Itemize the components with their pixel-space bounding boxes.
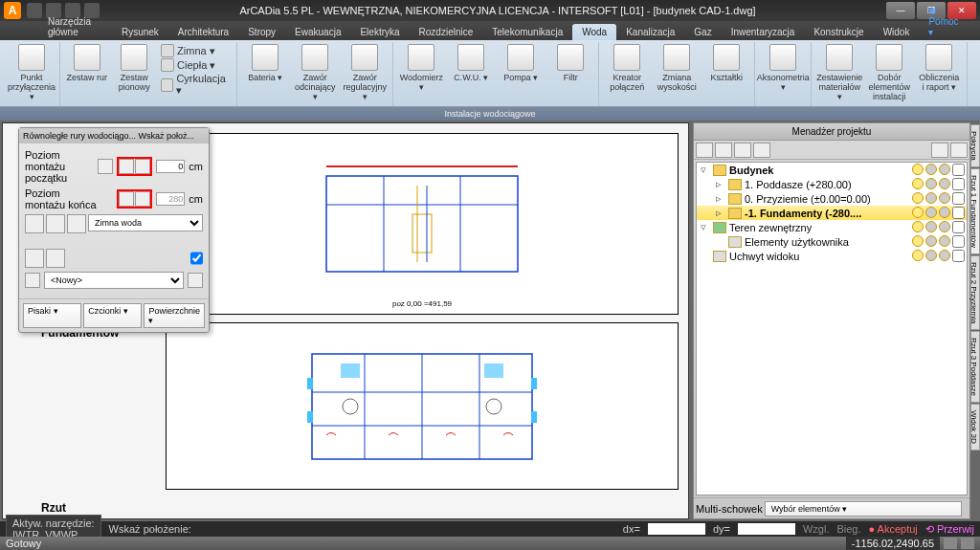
input-poziom-konca[interactable] xyxy=(156,192,185,206)
btn-zestaw-pionowy[interactable]: Zestaw pionowy xyxy=(112,42,158,94)
expand-icon[interactable]: ▿ xyxy=(701,221,710,233)
print-icon[interactable] xyxy=(939,235,950,247)
lock-icon[interactable] xyxy=(925,192,937,204)
tab-architektura[interactable]: Architektura xyxy=(168,24,238,40)
tab-kanalizacja[interactable]: Kanalizacja xyxy=(616,24,684,40)
tree-row-fundamenty[interactable]: ▹ -1. Fundamenty (-280.... xyxy=(697,206,967,220)
dy-input[interactable] xyxy=(738,523,795,535)
tree-row-budynek[interactable]: ▿ Budynek xyxy=(697,163,967,177)
vtab-poddasze[interactable]: Rzut 3 Poddasze xyxy=(970,331,980,403)
minimize-button[interactable]: — xyxy=(886,2,915,19)
tab-narzedzia[interactable]: Narzędzia główne xyxy=(38,13,112,40)
tree-check[interactable] xyxy=(952,207,965,219)
tool-icon-2[interactable] xyxy=(46,214,65,233)
lock-icon[interactable] xyxy=(925,250,937,261)
dx-input[interactable] xyxy=(648,523,705,535)
btn-zestawienie[interactable]: Zestawienie materiałów ▾ xyxy=(815,42,863,103)
pm-options-icon[interactable] xyxy=(950,143,968,158)
level-btn-4[interactable] xyxy=(135,191,150,207)
lock-icon[interactable] xyxy=(925,207,937,218)
btn-wodomierz[interactable]: Wodomierz ▾ xyxy=(397,42,445,94)
expand-icon[interactable]: ▹ xyxy=(716,178,725,190)
expand-icon[interactable]: ▹ xyxy=(716,192,725,205)
ref-pick-icon[interactable] xyxy=(98,159,113,174)
lock-icon[interactable] xyxy=(925,164,937,175)
btn-cyrkulacja[interactable]: Cyrkulacja ▾ xyxy=(161,73,231,97)
opt-bieg[interactable]: Bieg. xyxy=(836,523,860,535)
btn-cwu[interactable]: C.W.U. ▾ xyxy=(447,42,495,84)
tool-icon-3[interactable] xyxy=(67,214,86,233)
input-poziom-poczatku[interactable] xyxy=(156,160,185,173)
btn-ksztaltki[interactable]: Kształtki xyxy=(702,42,750,84)
status-icon-1[interactable] xyxy=(944,538,957,549)
drop-powierzchnie[interactable]: Powierzchnie ▾ xyxy=(144,303,205,328)
lock-icon[interactable] xyxy=(925,178,937,189)
pm-filter-icon[interactable] xyxy=(931,143,948,158)
expand-icon[interactable]: ▹ xyxy=(716,207,725,219)
vtab-3d[interactable]: Widok 3D xyxy=(970,404,980,451)
bulb-icon[interactable] xyxy=(912,221,924,232)
btn-filtr[interactable]: Filtr xyxy=(546,42,594,84)
btn-pompa[interactable]: Pompa ▾ xyxy=(497,42,545,84)
vtab-przyziemia[interactable]: Rzut 2 Przyziemia xyxy=(970,255,980,330)
print-icon[interactable] xyxy=(939,250,950,261)
btn-zimna[interactable]: Zimna ▾ xyxy=(161,44,231,57)
level-btn-3[interactable] xyxy=(119,191,134,207)
bulb-icon[interactable] xyxy=(912,192,924,204)
bulb-icon[interactable] xyxy=(912,235,924,247)
vtab-fundamentow[interactable]: Rzut 1 Fundamentów xyxy=(970,168,980,254)
tab-stropy[interactable]: Stropy xyxy=(238,24,285,40)
status-icon-2[interactable] xyxy=(961,538,974,549)
vtab-pokrycia[interactable]: Pokrycia xyxy=(970,124,980,167)
bulb-icon[interactable] xyxy=(912,164,924,175)
btn-obliczenia[interactable]: Obliczenia i raport ▾ xyxy=(915,42,963,94)
drop-pisaki[interactable]: Pisaki ▾ xyxy=(23,303,81,328)
tab-woda[interactable]: Woda xyxy=(572,24,616,40)
tab-widok[interactable]: Widok xyxy=(874,24,920,40)
print-icon[interactable] xyxy=(939,192,950,204)
btn-bateria[interactable]: Bateria ▾ xyxy=(241,42,289,84)
tool-icon-1[interactable] xyxy=(25,214,44,233)
tab-inwentaryzacja[interactable]: Inwentaryzacja xyxy=(722,24,805,40)
drop-czcionki[interactable]: Czcionki ▾ xyxy=(83,303,142,328)
panel-title[interactable]: Równoległe rury wodociągo... Wskaż położ… xyxy=(19,128,209,143)
project-tree[interactable]: ▿ Budynek ▹ 1. Poddasze (+280.00) ▹ 0. P… xyxy=(696,162,968,495)
tab-rozdzielnice[interactable]: Rozdzielnice xyxy=(410,24,483,40)
bulb-icon[interactable] xyxy=(912,178,924,189)
bulb-icon[interactable] xyxy=(912,250,924,261)
tab-telekomunikacja[interactable]: Telekomunikacja xyxy=(482,24,572,40)
btn-aksonometria[interactable]: Aksonometria ▾ xyxy=(759,42,807,94)
tree-row-uchwyt[interactable]: Uchwyt widoku xyxy=(697,249,967,263)
lock-icon[interactable] xyxy=(925,235,937,247)
btn-zmiana-wysokosci[interactable]: Zmiana wysokości xyxy=(653,42,701,94)
level-btn-2[interactable] xyxy=(135,159,150,174)
tree-check[interactable] xyxy=(952,235,965,248)
drawing-canvas[interactable]: Równoległe rury wodociągo... Wskaż położ… xyxy=(2,122,689,519)
expand-icon[interactable]: ▿ xyxy=(701,164,710,176)
style-icon-1[interactable] xyxy=(25,249,44,268)
style-icon-2[interactable] xyxy=(46,249,65,268)
pm-tool-2-icon[interactable] xyxy=(715,143,732,158)
element-select-dropdown[interactable]: Wybór elementów ▾ xyxy=(765,501,962,517)
print-icon[interactable] xyxy=(939,178,950,189)
level-btn-1[interactable] xyxy=(119,159,134,174)
app-logo[interactable]: A xyxy=(4,2,21,19)
bulb-icon[interactable] xyxy=(912,207,924,218)
tab-ewakuacja[interactable]: Ewakuacja xyxy=(285,24,350,40)
pm-tool-1-icon[interactable] xyxy=(696,143,713,158)
style-save-icon[interactable] xyxy=(25,273,40,288)
btn-opcje[interactable]: Opcje xyxy=(971,42,980,84)
tree-check[interactable] xyxy=(952,192,965,205)
style-more-icon[interactable] xyxy=(188,273,203,288)
lock-icon[interactable] xyxy=(925,221,937,232)
tab-elektryka[interactable]: Elektryka xyxy=(350,24,409,40)
style-select[interactable]: <Nowy> xyxy=(44,272,184,289)
opt-akceptuj[interactable]: ● Akceptuj xyxy=(869,523,918,535)
btn-ciepla[interactable]: Ciepła ▾ xyxy=(161,58,231,72)
tree-check[interactable] xyxy=(952,250,965,262)
pm-tool-4-icon[interactable] xyxy=(753,143,770,158)
print-icon[interactable] xyxy=(939,164,950,175)
style-checkbox[interactable] xyxy=(190,249,203,268)
pm-title[interactable]: Menadżer projektu xyxy=(694,123,969,141)
opt-przerwij[interactable]: ⟲ Przerwij xyxy=(925,523,974,536)
